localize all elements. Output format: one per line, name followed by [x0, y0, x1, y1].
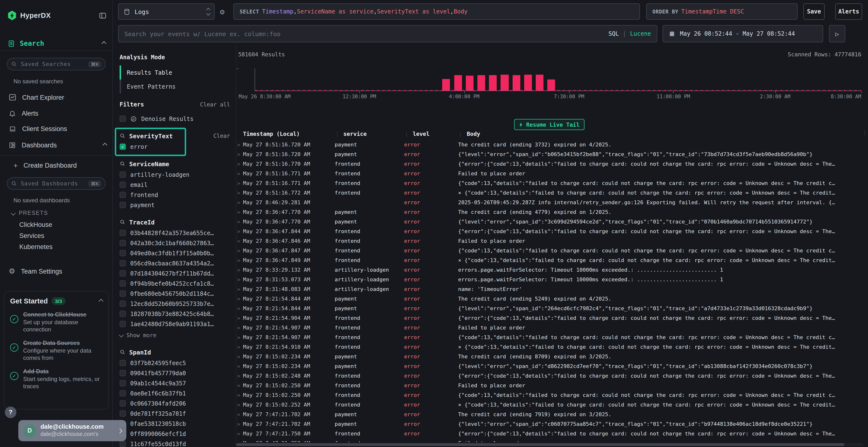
filter-option[interactable]: artillery-loadgen [120, 170, 230, 180]
sidebar-item-clickhouse[interactable]: ClickHouse [19, 220, 52, 229]
table-row[interactable]: >May 27 8:31:53.073 AMartillery-loadgene… [236, 275, 868, 284]
row-expand-chevron[interactable]: > [236, 335, 243, 340]
table-row[interactable]: >May 27 8:31:48.083 AMartillery-loadgene… [236, 284, 868, 294]
row-expand-chevron[interactable]: > [236, 171, 243, 176]
chart-bar[interactable] [466, 76, 473, 91]
row-expand-chevron[interactable]: > [236, 209, 243, 215]
row-expand-chevron[interactable]: > [236, 402, 243, 407]
resume-live-tail-button[interactable]: Resume Live Tail [514, 119, 585, 130]
table-row[interactable]: >May 27 8:15:02.250 AMfrontenderrorFaile… [236, 381, 868, 390]
chevron-up-icon[interactable] [99, 299, 103, 304]
table-row[interactable]: >May 27 7:47:21.702 AMpaymenterrorThe cr… [236, 409, 868, 419]
get-started-step[interactable]: ✓ Connect to ClickHouse Set up your data… [10, 311, 103, 333]
row-expand-chevron[interactable]: > [236, 325, 243, 330]
clear-all-link[interactable]: Clear all [200, 101, 230, 108]
user-menu[interactable]: D dale@clickhouse.com dale@clickhouse.co… [18, 420, 126, 441]
checkbox[interactable] [120, 441, 126, 447]
lucene-search-input[interactable]: Search your events w/ Lucene ex. column:… [118, 25, 657, 42]
help-button[interactable]: ? [5, 407, 17, 418]
column-header-body[interactable]: ⋮Body [458, 131, 868, 137]
row-expand-chevron[interactable]: > [236, 229, 243, 234]
saved-dashboards-input[interactable]: Saved Dashboards ⌘K [7, 177, 105, 190]
filter-option[interactable]: 0ae8e1f6c6b37fb1 [120, 388, 230, 398]
row-expand-chevron[interactable]: > [236, 200, 243, 205]
checkbox[interactable] [120, 410, 126, 417]
chevron-up-icon[interactable] [101, 41, 106, 46]
sidebar-item-alerts[interactable]: Alerts [9, 107, 106, 119]
table-row[interactable]: >May 27 7:47:21.752 AMfrontenderrorFaile… [236, 438, 868, 442]
sidebar-item-kubernetes[interactable]: Kubernetes [19, 242, 53, 251]
table-row[interactable]: >May 27 8:21:54.907 AMfrontenderror{"cod… [236, 332, 868, 342]
chart-bar[interactable] [489, 75, 497, 91]
table-row[interactable]: >May 27 8:51:16.771 AMfrontenderror{"cod… [236, 178, 868, 188]
table-row[interactable]: >May 27 8:51:16.771 AMfrontenderrorFaile… [236, 169, 868, 178]
row-expand-chevron[interactable]: > [236, 219, 243, 224]
run-query-button[interactable]: ▷ [829, 25, 845, 42]
table-row[interactable]: >May 27 8:36:47.770 AMpaymenterrorThe cr… [236, 207, 868, 217]
mode-results-table[interactable]: Results Table [120, 66, 230, 79]
checkbox[interactable] [120, 270, 126, 276]
checkbox-checked[interactable]: ✓ [120, 143, 126, 150]
filter-option[interactable]: 056cd9acbaac8637a4354a2… [120, 258, 230, 268]
filter-option[interactable]: 0de781ff325a781f [120, 409, 230, 419]
source-settings-gear-icon[interactable]: ⚙ [220, 7, 224, 16]
checkbox[interactable] [120, 192, 126, 198]
filter-option[interactable]: email [120, 180, 230, 190]
checkbox[interactable] [120, 390, 126, 397]
table-row[interactable]: >May 27 8:21:54.904 AMfrontenderror{"err… [236, 313, 868, 323]
table-row[interactable]: >May 27 8:36:47.849 AMfrontenderror× {"c… [236, 255, 868, 265]
filter-option[interactable]: 0ff8990066efcf1d [120, 429, 230, 439]
filter-option[interactable]: 049ed0ac3fdb1f3f15a0b0b… [120, 248, 230, 258]
table-row[interactable]: >May 27 8:15:02.250 AMfrontenderror{"cod… [236, 390, 868, 400]
filter-option[interactable]: 18287038b73e882425c64b8… [120, 309, 230, 319]
filter-option[interactable]: 0fbe680eb456750b2d1184c… [120, 288, 230, 299]
row-expand-chevron[interactable]: > [236, 373, 243, 378]
table-row[interactable]: >May 27 8:51:16.772 AMfrontenderror× {"c… [236, 188, 868, 198]
alerts-button[interactable]: Alerts [835, 3, 862, 20]
row-expand-chevron[interactable]: > [236, 306, 243, 311]
checkbox[interactable] [120, 311, 126, 317]
sidebar-item-search[interactable]: Search [8, 38, 105, 49]
checkbox[interactable] [120, 115, 126, 122]
table-row[interactable]: >May 27 8:36:47.847 AMfrontenderror{"cod… [236, 246, 868, 255]
filter-option[interactable]: payment [120, 200, 230, 210]
filter-option[interactable]: ✓error [120, 142, 230, 152]
column-header-service[interactable]: ⋮service [335, 131, 404, 137]
table-row[interactable]: >May 27 8:21:54.910 AMfrontenderror× {"c… [236, 342, 868, 352]
row-expand-chevron[interactable]: > [236, 286, 243, 291]
checkbox[interactable] [120, 290, 126, 297]
table-row[interactable]: >May 27 8:33:29.132 AMartillery-loadgene… [236, 265, 868, 275]
checkbox[interactable] [120, 321, 126, 327]
row-expand-chevron[interactable]: > [236, 344, 243, 349]
scrollbar-thumb[interactable] [236, 443, 844, 446]
sidebar-item-client-sessions[interactable]: Client Sessions [9, 123, 106, 134]
row-expand-chevron[interactable]: > [236, 238, 243, 243]
filter-option[interactable]: 12ec8dd52b60b9525733b7e… [120, 299, 230, 309]
table-row[interactable]: >May 27 8:46:29.281 AMerror2025-05-26T09… [236, 198, 868, 207]
table-row[interactable]: >May 27 7:47:21.702 AMpaymenterror{"leve… [236, 419, 868, 429]
denoise-results-option[interactable]: Denoise Results [120, 114, 230, 124]
row-expand-chevron[interactable]: > [236, 296, 243, 301]
chart-bar[interactable] [536, 75, 544, 91]
row-expand-chevron[interactable]: > [236, 180, 243, 186]
row-expand-chevron[interactable]: > [236, 248, 243, 253]
column-resize-grip[interactable]: ⋮ [458, 131, 463, 137]
column-header-timestamp[interactable]: Timestamp (Local) [243, 131, 335, 137]
filter-option[interactable]: 07d184304627bf2f11b67dd… [120, 268, 230, 278]
create-dashboard-button[interactable]: + Create Dashboard [13, 160, 106, 171]
checkbox[interactable] [120, 240, 126, 246]
filter-option[interactable]: 09ab1c4544c9a357 [120, 378, 230, 388]
save-button[interactable]: Save [803, 3, 825, 20]
get-started-step[interactable]: ✓ Create Data Sources Configure where yo… [10, 340, 103, 362]
checkbox[interactable] [120, 202, 126, 208]
collapse-sidebar-icon[interactable] [99, 12, 106, 19]
get-started-step[interactable]: ✓ Add Data Start sending logs, metrics, … [10, 368, 103, 390]
filter-option[interactable]: 042a30c3dc1baf660b27863… [120, 238, 230, 248]
checkbox[interactable] [120, 182, 126, 188]
checkbox[interactable] [120, 260, 126, 266]
filter-option[interactable]: 03f7b824595feec5 [120, 358, 230, 368]
checkbox[interactable] [120, 370, 126, 376]
table-row[interactable]: >May 27 8:21:54.844 AMpaymenterror{"leve… [236, 304, 868, 313]
chevron-up-icon[interactable] [102, 143, 107, 147]
presets-toggle[interactable]: PRESETS [11, 209, 48, 217]
